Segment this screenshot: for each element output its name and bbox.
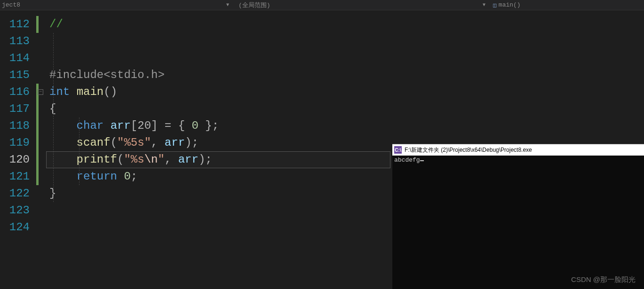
line-gutter: 112 113 114 115 116 117 118 119 120 121 … <box>0 10 35 289</box>
code-line[interactable]: { <box>49 101 219 117</box>
line-number: 113 <box>0 33 35 50</box>
top-toolbar: ject8 ▼ (全局范围) ▼ ◫ main() <box>0 0 644 10</box>
console-window[interactable]: C:\ F:\新建文件夹 (2)\Project8\x64\Debug\Proj… <box>392 144 644 289</box>
console-icon: C:\ <box>394 146 402 154</box>
code-line[interactable] <box>49 33 219 50</box>
line-number: 124 <box>0 219 35 236</box>
line-number: 118 <box>0 117 35 134</box>
code-line[interactable]: return 0; <box>49 168 219 185</box>
symbol-selector[interactable]: ◫ main() <box>489 1 644 9</box>
cursor-icon <box>420 160 424 161</box>
tab-active[interactable]: ject8 <box>2 1 20 8</box>
code-line[interactable]: } <box>49 185 219 202</box>
line-number: 123 <box>0 202 35 219</box>
watermark: CSDN @那一脸阳光 <box>571 275 636 284</box>
line-number: 122 <box>0 185 35 202</box>
line-number: 112 <box>0 16 35 33</box>
scope-label: (全局范围) <box>239 1 270 9</box>
line-number: 114 <box>0 50 35 67</box>
scope-selector[interactable]: (全局范围) ▼ <box>233 1 489 9</box>
current-line-highlight <box>46 151 390 168</box>
code-line[interactable]: // <box>49 16 219 33</box>
symbol-label: main() <box>499 1 521 8</box>
code-line[interactable] <box>49 202 219 219</box>
code-line[interactable] <box>49 50 219 67</box>
indent-guide <box>53 33 54 202</box>
change-bar <box>36 16 39 33</box>
code-line[interactable]: int main() <box>49 84 219 101</box>
comment-text: // <box>49 18 63 31</box>
console-output[interactable]: abcdefg <box>392 156 644 164</box>
code-line[interactable]: char arr[20] = { 0 }; <box>49 117 219 134</box>
line-number: 116 <box>0 84 35 101</box>
tab-bar[interactable]: ject8 ▼ <box>0 1 233 8</box>
code-line[interactable]: #include<stdio.h> <box>49 67 219 84</box>
console-titlebar[interactable]: C:\ F:\新建文件夹 (2)\Project8\x64\Debug\Proj… <box>392 144 644 156</box>
fold-icon[interactable]: − <box>38 89 43 95</box>
chevron-down-icon[interactable]: ▼ <box>226 2 229 8</box>
code-line[interactable]: scanf("%5s", arr); <box>49 134 219 151</box>
cube-icon: ◫ <box>493 1 497 9</box>
console-title-text: F:\新建文件夹 (2)\Project8\x64\Debug\Project8… <box>405 146 532 154</box>
line-number: 115 <box>0 67 35 84</box>
line-number: 121 <box>0 168 35 185</box>
chevron-down-icon[interactable]: ▼ <box>483 2 485 8</box>
code-area[interactable]: // #include<stdio.h> int main() { char a… <box>35 10 219 289</box>
console-line: abcdefg <box>394 156 420 164</box>
line-number-current: 120 <box>0 151 35 168</box>
code-line[interactable] <box>49 219 219 236</box>
line-number: 119 <box>0 134 35 151</box>
change-bar <box>36 84 39 185</box>
line-number: 117 <box>0 101 35 117</box>
